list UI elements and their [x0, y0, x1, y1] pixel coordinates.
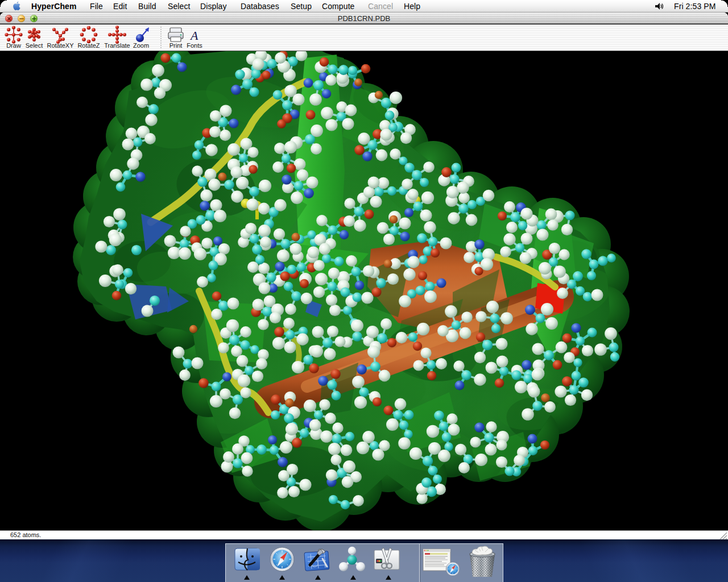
svg-text:A: A	[189, 28, 198, 43]
